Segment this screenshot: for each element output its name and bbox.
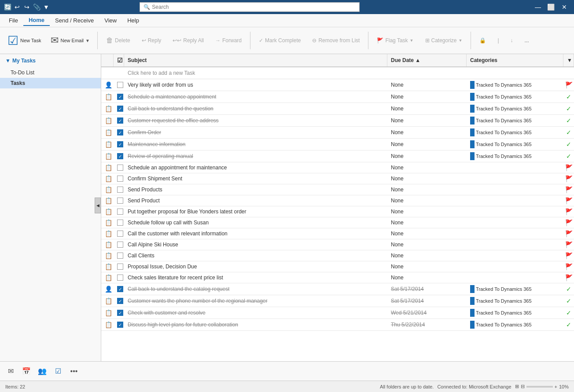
task-flag-cell[interactable]: 🚩 — [563, 217, 574, 228]
task-checkbox-cell[interactable]: ✓ — [114, 92, 124, 102]
task-subject-cell[interactable]: Call the customer with relevant informat… — [124, 229, 387, 238]
task-flag-cell[interactable]: 🚩 — [563, 239, 574, 250]
task-flag-cell[interactable]: ✓ — [563, 151, 574, 161]
task-checkbox-cell[interactable] — [114, 196, 124, 205]
task-row[interactable]: 📋 ✓ Review of operating manual None Trac… — [101, 150, 574, 162]
menu-view[interactable]: View — [99, 15, 122, 26]
task-checkbox[interactable] — [117, 176, 123, 182]
task-row[interactable]: 📋 Confirm Shipment Sent None 🚩 — [101, 173, 574, 184]
task-checkbox[interactable] — [117, 209, 123, 215]
task-row[interactable]: 📋 Schedule follow up call with Susan Non… — [101, 217, 574, 228]
task-flag-cell[interactable]: ✓ — [563, 103, 574, 114]
task-row[interactable]: 📋 ✓ Call back to understand the question… — [101, 103, 574, 115]
task-row[interactable]: 📋 Send Products None 🚩 — [101, 184, 574, 195]
lock-button[interactable]: 🔒 — [475, 34, 491, 47]
task-checkbox[interactable] — [117, 165, 123, 171]
task-flag-cell[interactable]: ✓ — [563, 115, 574, 126]
task-flag-cell[interactable]: ✓ — [563, 284, 574, 294]
task-row[interactable]: 👤☑ Very likely will order from us None T… — [101, 79, 574, 91]
task-subject-cell[interactable]: Call back to understand the question — [124, 104, 387, 114]
task-subject-cell[interactable]: Check with customer and resolve — [124, 308, 387, 318]
close-button[interactable]: ✕ — [558, 2, 570, 12]
task-checkbox-cell[interactable] — [114, 251, 124, 260]
flag-red-icon[interactable]: 🚩 — [565, 263, 573, 270]
flag-red-icon[interactable]: 🚩 — [565, 208, 573, 215]
flag-red-icon[interactable]: 🚩 — [565, 252, 573, 259]
task-checkbox-cell[interactable] — [114, 262, 124, 271]
menu-send-receive[interactable]: Send / Receive — [50, 15, 99, 26]
menu-home[interactable]: Home — [23, 15, 50, 26]
task-row[interactable]: 👤☑ ✓ Call back to understand the catalog… — [101, 283, 574, 295]
search-box[interactable]: 🔍 — [140, 2, 360, 12]
nav-tasks-button[interactable]: ☑ — [51, 364, 65, 378]
minimize-button[interactable]: — — [532, 2, 544, 12]
task-subject-cell[interactable]: Send Products — [124, 185, 387, 194]
task-subject-cell[interactable]: Send Product — [124, 196, 387, 205]
task-row[interactable]: 📋 Proposal Issue, Decision Due None 🚩 — [101, 261, 574, 272]
sidebar-collapse-button[interactable]: ◀ — [95, 198, 101, 213]
task-subject-cell[interactable]: Very likely will order from us — [124, 80, 387, 90]
task-checkbox-cell[interactable]: ✓ — [114, 284, 124, 294]
task-checkbox-cell[interactable]: ✓ — [114, 128, 124, 137]
task-subject-cell[interactable]: Schedule a maintenance appointment — [124, 92, 387, 102]
task-flag-cell[interactable]: ✓ — [563, 308, 574, 318]
task-flag-cell[interactable]: 🚩 — [563, 162, 574, 173]
zoom-control[interactable]: ⊞ ⊟ + 10% — [515, 384, 569, 389]
task-flag-cell[interactable]: 🚩 — [563, 173, 574, 184]
task-checkbox[interactable]: ✓ — [117, 94, 123, 100]
nav-more-button[interactable]: ••• — [67, 364, 81, 378]
new-email-dropdown-icon[interactable]: ▼ — [85, 38, 90, 43]
task-flag-cell[interactable]: 🚩 — [563, 195, 574, 206]
task-checkbox[interactable]: ✓ — [117, 141, 123, 147]
task-checkbox[interactable]: ✓ — [117, 286, 123, 292]
task-checkbox-cell[interactable] — [114, 174, 124, 183]
filter-icon[interactable]: ▼ — [567, 57, 572, 63]
zoom-slider[interactable] — [526, 386, 553, 388]
task-checkbox[interactable] — [117, 198, 123, 204]
task-flag-cell[interactable]: 🚩 — [563, 228, 574, 239]
task-row[interactable]: 📋 ✓ Customer wants the phone number of t… — [101, 295, 574, 307]
task-checkbox[interactable] — [117, 253, 123, 259]
task-subject-cell[interactable]: Put together proposal for Blue Yonders l… — [124, 207, 387, 216]
task-row[interactable]: 📋 Call Alpine Ski House None 🚩 — [101, 239, 574, 250]
attachment-icon[interactable]: 📎 — [33, 3, 40, 11]
task-checkbox-cell[interactable]: ✓ — [114, 116, 124, 125]
task-flag-cell[interactable]: ✓ — [563, 296, 574, 306]
flag-red-icon[interactable]: 🚩 — [565, 175, 573, 182]
task-checkbox[interactable] — [117, 187, 123, 193]
task-subject-cell[interactable]: Call Clients — [124, 251, 387, 260]
task-subject-cell[interactable]: Maintenance information — [124, 139, 387, 149]
menu-file[interactable]: File — [4, 15, 23, 26]
th-checkbox[interactable]: ☑ — [114, 54, 124, 66]
task-subject-cell[interactable]: Customer wants the phone number of the r… — [124, 296, 387, 306]
th-due-date[interactable]: Due Date ▲ — [387, 54, 467, 66]
task-checkbox[interactable] — [117, 264, 123, 270]
task-row[interactable]: 📋 Send Product None 🚩 — [101, 195, 574, 206]
flag-red-icon[interactable]: 🚩 — [565, 197, 573, 204]
flag-red-icon[interactable]: 🚩 — [565, 241, 573, 248]
categorize-button[interactable]: ⊞ Categorize ▼ — [420, 34, 467, 47]
select-all-checkbox[interactable]: ☑ — [117, 57, 123, 64]
task-checkbox[interactable]: ✓ — [117, 322, 123, 328]
task-flag-cell[interactable]: 🚩 — [563, 184, 574, 195]
task-subject-cell[interactable]: Call Alpine Ski House — [124, 240, 387, 249]
task-checkbox[interactable] — [117, 231, 123, 237]
task-flag-cell[interactable]: ✓ — [563, 127, 574, 138]
sidebar-item-tasks[interactable]: Tasks — [0, 78, 101, 88]
task-checkbox[interactable] — [117, 275, 123, 281]
task-row[interactable]: 📋 Call the customer with relevant inform… — [101, 228, 574, 239]
task-subject-cell[interactable]: Confirm Shipment Sent — [124, 174, 387, 183]
task-checkbox[interactable] — [117, 220, 123, 226]
task-checkbox[interactable]: ✓ — [117, 129, 123, 136]
task-subject-cell[interactable]: Check sales literature for recent price … — [124, 273, 387, 282]
th-categories[interactable]: Categories — [467, 54, 563, 66]
task-checkbox[interactable]: ✓ — [117, 298, 123, 304]
th-filter[interactable]: ▼ — [563, 54, 574, 66]
task-checkbox[interactable]: ✓ — [117, 153, 123, 159]
task-row[interactable]: 📋 Call Clients None 🚩 — [101, 250, 574, 261]
flag-red-icon[interactable]: 🚩 — [565, 186, 573, 193]
nav-calendar-button[interactable]: 📅 — [19, 364, 33, 378]
task-flag-cell[interactable]: ✓ — [563, 319, 574, 330]
reply-button[interactable]: ↩ Reply — [137, 34, 166, 47]
add-task-row[interactable]: Click here to add a new Task — [101, 67, 574, 79]
